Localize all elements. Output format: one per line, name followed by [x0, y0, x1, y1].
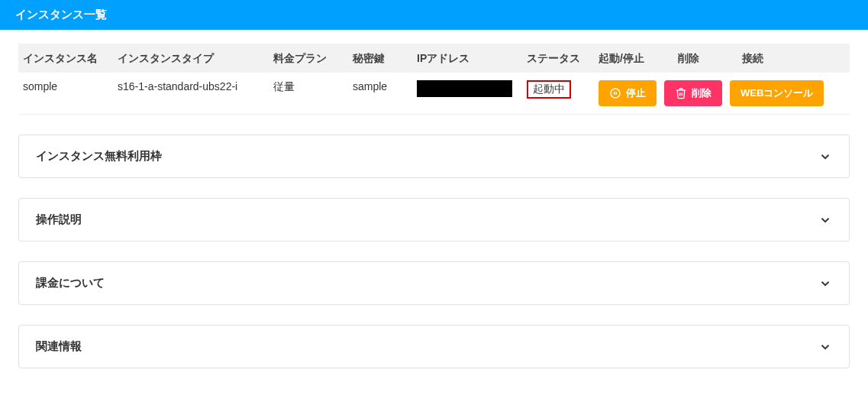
- col-instance-type: インスタンスタイプ: [118, 51, 270, 65]
- cell-instance-type: s16-1-a-standard-ubs22-i: [118, 80, 270, 92]
- col-plan: 料金プラン: [273, 51, 350, 65]
- accordion-billing: 課金について: [18, 261, 850, 305]
- cell-status: 起動中: [527, 80, 595, 99]
- accordion-free-tier: インスタンス無料利用枠: [18, 135, 850, 178]
- accordion-header[interactable]: インスタンス無料利用枠: [19, 135, 849, 177]
- page-header: インスタンス一覧: [0, 0, 868, 30]
- chevron-down-icon: [818, 277, 832, 290]
- col-start-stop: 起動/停止: [599, 51, 675, 65]
- accordion-title: 課金について: [36, 276, 105, 290]
- accordion-header[interactable]: 操作説明: [19, 199, 849, 241]
- chevron-down-icon: [818, 150, 832, 164]
- cell-plan: 従量: [273, 80, 350, 94]
- chevron-down-icon: [818, 213, 832, 227]
- console-label: WEBコンソール: [741, 86, 813, 100]
- col-secret-key: 秘密鍵: [353, 51, 414, 65]
- col-delete: 削除: [678, 51, 739, 65]
- page-title: インスタンス一覧: [15, 8, 107, 21]
- content-area: インスタンス名 インスタンスタイプ 料金プラン 秘密鍵 IPアドレス ステータス…: [0, 44, 868, 368]
- col-actions: 起動/停止 削除 接続: [599, 51, 845, 65]
- pause-icon: [609, 87, 621, 99]
- accordion-title: 関連情報: [36, 339, 82, 354]
- col-instance-name: インスタンス名: [23, 51, 115, 65]
- trash-icon: [675, 87, 687, 99]
- accordion-header[interactable]: 課金について: [19, 262, 849, 304]
- table-row: somple s16-1-a-standard-ubs22-i 従量 sampl…: [18, 73, 850, 115]
- cell-actions: 停止 削除 WEBコンソール: [599, 80, 845, 106]
- delete-label: 削除: [692, 86, 712, 100]
- accordion-operation: 操作説明: [18, 198, 850, 242]
- cell-ip-address: [417, 80, 524, 99]
- svg-point-0: [611, 89, 620, 98]
- col-connect: 接続: [742, 51, 845, 65]
- accordion-title: インスタンス無料利用枠: [36, 149, 162, 164]
- accordion-title: 操作説明: [36, 212, 82, 227]
- accordion-related: 関連情報: [18, 325, 850, 368]
- chevron-down-icon: [818, 340, 832, 354]
- col-status: ステータス: [527, 51, 595, 65]
- status-badge: 起動中: [527, 80, 571, 99]
- delete-button[interactable]: 削除: [664, 80, 722, 106]
- stop-label: 停止: [626, 86, 646, 100]
- instance-table: インスタンス名 インスタンスタイプ 料金プラン 秘密鍵 IPアドレス ステータス…: [18, 44, 850, 115]
- accordion-header[interactable]: 関連情報: [19, 326, 849, 368]
- web-console-button[interactable]: WEBコンソール: [730, 80, 824, 106]
- stop-button[interactable]: 停止: [599, 80, 657, 106]
- ip-redacted: [417, 80, 512, 97]
- cell-secret-key: sample: [353, 80, 414, 92]
- table-header-row: インスタンス名 インスタンスタイプ 料金プラン 秘密鍵 IPアドレス ステータス…: [18, 44, 850, 73]
- cell-instance-name: somple: [23, 80, 115, 92]
- col-ip-address: IPアドレス: [417, 51, 524, 65]
